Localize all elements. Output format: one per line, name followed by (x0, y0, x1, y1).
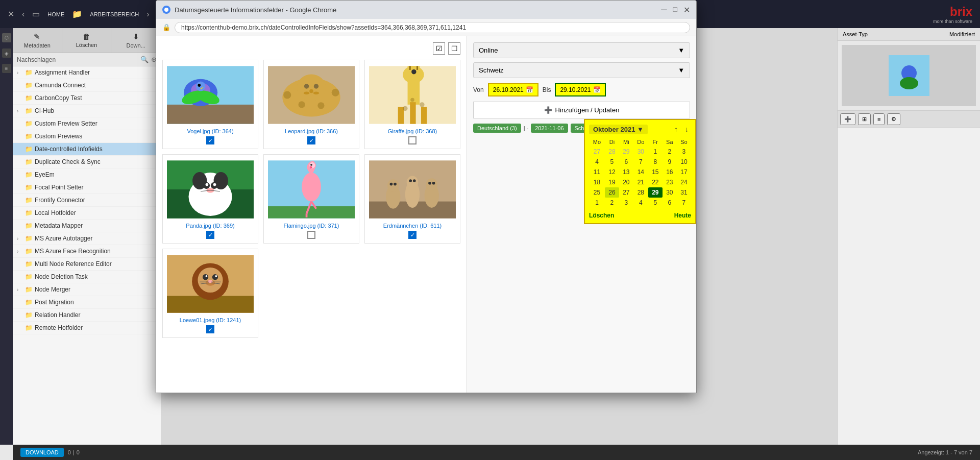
cal-day[interactable]: 27 (619, 187, 633, 198)
rsp-plus-button[interactable]: ➕ (840, 113, 855, 125)
asset-link-611[interactable]: Erdmännchen (ID: 611) (383, 223, 442, 229)
cal-day[interactable]: 11 (589, 167, 605, 177)
cal-day[interactable]: 7 (677, 198, 691, 208)
status-dropdown[interactable]: Online ▼ (473, 42, 690, 58)
rsp-grid-button[interactable]: ⊞ (858, 113, 871, 125)
cal-day[interactable]: 14 (633, 167, 648, 177)
tree-item-ci-hub[interactable]: › 📁 CI-Hub (13, 105, 161, 117)
cal-day[interactable]: 25 (589, 187, 605, 198)
tree-item-metadata-mapper[interactable]: 📁 Metadata Mapper (13, 220, 161, 232)
asset-checkbox-369[interactable]: ✓ (206, 231, 214, 239)
cal-day[interactable]: 19 (605, 177, 619, 187)
asset-checkbox-364[interactable]: ✓ (206, 136, 214, 144)
tab-icon-1[interactable]: ⬡ (2, 33, 11, 42)
search-icon[interactable]: 🔍 (140, 56, 149, 63)
tree-item-node-merger[interactable]: › 📁 Node Merger (13, 283, 161, 296)
tree-item-focal-point[interactable]: 📁 Focal Point Setter (13, 181, 161, 194)
cal-day[interactable]: 4 (589, 157, 605, 167)
rsp-list-button[interactable]: ≡ (873, 113, 885, 125)
edit-metadata-button[interactable]: ✎ Metadaten (13, 28, 62, 53)
tree-item-ms-azure-auto[interactable]: › 📁 MS Azure Autotagger (13, 232, 161, 245)
cal-day[interactable]: 24 (677, 177, 691, 187)
tree-item-camunda[interactable]: 📁 Camunda Connect (13, 79, 161, 92)
cal-day[interactable]: 13 (619, 167, 633, 177)
cal-day[interactable]: 12 (605, 167, 619, 177)
url-bar[interactable]: https://contenthub-demo.brix.ch/dateCont… (175, 22, 690, 33)
asset-link-368[interactable]: Giraffe.jpg (ID: 368) (388, 128, 437, 134)
cal-day[interactable]: 4 (633, 198, 648, 208)
tree-item-remote-hotfolder[interactable]: 📁 Remote Hotfolder (13, 322, 161, 334)
cal-day[interactable]: 30 (663, 187, 677, 198)
tree-item-relation-handler[interactable]: 📁 Relation Handler (13, 309, 161, 322)
cal-day[interactable]: 31 (677, 187, 691, 198)
back-icon[interactable]: ‹ (22, 10, 24, 19)
asset-link-366[interactable]: Leopard.jpg (ID: 366) (285, 128, 338, 134)
download-button[interactable]: DOWNLOAD (20, 448, 64, 457)
cal-day[interactable]: 15 (648, 167, 663, 177)
select-all-checkbox[interactable]: ☑ (433, 42, 445, 55)
cal-day[interactable]: 6 (663, 198, 677, 208)
cal-day[interactable]: 17 (677, 167, 691, 177)
cal-day[interactable]: 16 (663, 167, 677, 177)
cal-day[interactable]: 3 (677, 147, 691, 157)
bis-date-input[interactable]: 29.10.2021 📅 (555, 83, 605, 96)
home-nav[interactable]: HOME (47, 11, 64, 17)
tree-item-post-migration[interactable]: 📁 Post Migration (13, 296, 161, 309)
country-dropdown[interactable]: Schweiz ▼ (473, 62, 690, 78)
cal-day[interactable]: 7 (633, 157, 648, 167)
asset-link-364[interactable]: Vogel.jpg (ID: 364) (187, 128, 233, 134)
tree-item-assignment-handler[interactable]: › 📁 Assignment Handler (13, 66, 161, 79)
cal-day[interactable]: 10 (677, 157, 691, 167)
download-button[interactable]: ⬇ Down... (111, 28, 161, 53)
tab-icon-2[interactable]: ◈ (2, 49, 11, 58)
tag-date[interactable]: 2021-11-06 (531, 124, 568, 133)
asset-link-369[interactable]: Panda.jpg (ID: 369) (186, 223, 234, 229)
tree-item-eyeem[interactable]: 📁 EyeEm (13, 168, 161, 181)
asset-link-1241[interactable]: Loewe01.jpeg (ID: 1241) (180, 317, 241, 323)
cal-day[interactable]: 1 (589, 198, 605, 208)
asset-checkbox-371[interactable] (307, 231, 315, 239)
asset-checkbox-368[interactable] (408, 136, 416, 144)
workspace-nav[interactable]: ARBEITSBEREICH (90, 11, 139, 17)
tree-item-node-deletion[interactable]: 📁 Node Deletion Task (13, 271, 161, 283)
cal-day-highlighted[interactable]: 26 (605, 187, 619, 198)
tree-item-date-controlled[interactable]: 📁 Date-controlled Infofields (13, 143, 161, 156)
tree-item-local-hotfolder[interactable]: 📁 Local Hotfolder (13, 207, 161, 220)
asset-link-371[interactable]: Flamingo.jpg (ID: 371) (284, 223, 339, 229)
cal-day[interactable]: 23 (663, 177, 677, 187)
cal-day[interactable]: 5 (605, 157, 619, 167)
tab-icon-3[interactable]: ≡ (2, 64, 11, 73)
close-icon[interactable]: ✕ (8, 9, 14, 19)
chrome-maximize-button[interactable]: □ (673, 5, 677, 15)
tree-item-custom-preview-setter[interactable]: 📁 Custom Preview Setter (13, 117, 161, 130)
cal-day[interactable]: 8 (648, 157, 663, 167)
cal-day[interactable]: 28 (605, 147, 619, 157)
cal-day[interactable]: 5 (648, 198, 663, 208)
tree-item-ms-azure-face[interactable]: › 📁 MS Azure Face Recognition (13, 245, 161, 258)
cal-day[interactable]: 20 (619, 177, 633, 187)
cal-day[interactable]: 18 (589, 177, 605, 187)
tree-item-frontify[interactable]: 📁 Frontify Connector (13, 194, 161, 207)
monitor-icon[interactable]: ▭ (32, 9, 40, 19)
calendar-next-button[interactable]: ↓ (682, 124, 691, 134)
von-date-input[interactable]: 26.10.2021 📅 (488, 83, 538, 96)
asset-checkbox-611[interactable]: ✓ (408, 231, 416, 239)
cal-day[interactable]: 3 (619, 198, 633, 208)
tag-deutschland[interactable]: Deutschland (3) (473, 124, 521, 133)
cal-day[interactable]: 22 (648, 177, 663, 187)
cal-day[interactable]: 28 (633, 187, 648, 198)
cal-day[interactable]: 6 (619, 157, 633, 167)
cal-day[interactable]: 2 (605, 198, 619, 208)
calendar-today-button[interactable]: Heute (674, 212, 691, 219)
tree-item-custom-previews[interactable]: 📁 Custom Previews (13, 130, 161, 143)
delete-button[interactable]: 🗑 Löschen (62, 28, 112, 53)
chrome-minimize-button[interactable]: ─ (661, 5, 667, 15)
tree-item-duplicate-check[interactable]: 📁 Duplicate Check & Sync (13, 156, 161, 168)
tree-item-carboncopy[interactable]: 📁 CarbonCopy Test (13, 92, 161, 105)
cal-day[interactable]: 30 (633, 147, 648, 157)
cal-day[interactable]: 2 (663, 147, 677, 157)
add-update-button[interactable]: ➕ Hinzufügen / Updaten (473, 102, 690, 118)
calendar-prev-button[interactable]: ↑ (672, 124, 680, 134)
cal-day-selected[interactable]: 29 (648, 187, 663, 198)
cal-day[interactable]: 1 (648, 147, 663, 157)
